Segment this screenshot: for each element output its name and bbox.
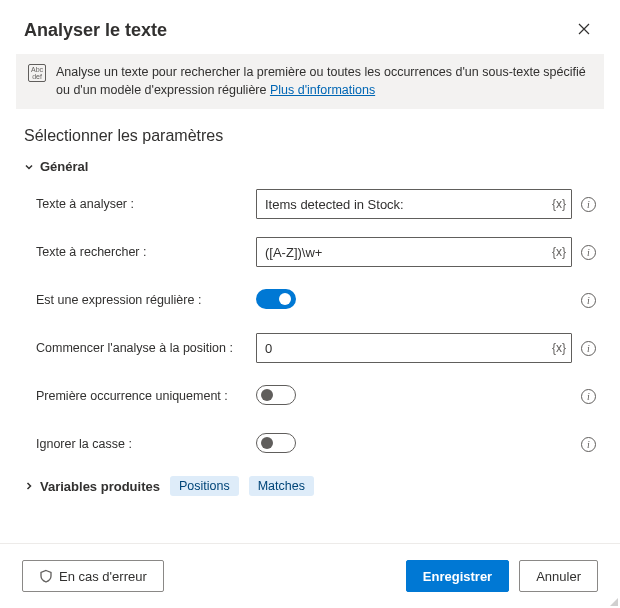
close-icon bbox=[577, 22, 591, 39]
variables-label: Variables produites bbox=[40, 479, 160, 494]
info-icon[interactable]: i bbox=[581, 341, 596, 356]
is-regex-toggle[interactable] bbox=[256, 289, 296, 309]
is-regex-label: Est une expression régulière : bbox=[36, 293, 256, 307]
on-error-button[interactable]: En cas d'erreur bbox=[22, 560, 164, 592]
abc-icon: Abcdef bbox=[28, 64, 46, 82]
variables-group-header[interactable]: Variables produites bbox=[24, 479, 160, 494]
text-to-parse-input[interactable] bbox=[256, 189, 572, 219]
save-label: Enregistrer bbox=[423, 569, 492, 584]
text-to-parse-row: Texte à analyser : {x} i bbox=[24, 188, 596, 220]
dialog-header: Analyser le texte bbox=[0, 0, 620, 54]
chevron-down-icon bbox=[24, 162, 34, 172]
info-icon[interactable]: i bbox=[581, 197, 596, 212]
variable-chip-matches[interactable]: Matches bbox=[249, 476, 314, 496]
variable-token-button[interactable]: {x} bbox=[552, 245, 566, 259]
on-error-label: En cas d'erreur bbox=[59, 569, 147, 584]
is-regex-row: Est une expression régulière : i bbox=[24, 284, 596, 316]
parameters-heading: Sélectionner les paramètres bbox=[0, 127, 620, 159]
first-only-row: Première occurrence uniquement : i bbox=[24, 380, 596, 412]
resize-grip[interactable] bbox=[606, 594, 618, 606]
start-position-label: Commencer l'analyse à la position : bbox=[36, 341, 256, 355]
variable-chip-positions[interactable]: Positions bbox=[170, 476, 239, 496]
banner-text: Analyse un texte pour rechercher la prem… bbox=[56, 64, 592, 99]
cancel-label: Annuler bbox=[536, 569, 581, 584]
dialog-title: Analyser le texte bbox=[24, 20, 167, 41]
info-icon[interactable]: i bbox=[581, 437, 596, 452]
text-to-find-input[interactable] bbox=[256, 237, 572, 267]
general-group-header[interactable]: Général bbox=[24, 159, 596, 174]
variable-token-button[interactable]: {x} bbox=[552, 197, 566, 211]
general-label: Général bbox=[40, 159, 88, 174]
text-to-find-label: Texte à rechercher : bbox=[36, 245, 256, 259]
info-banner: Abcdef Analyse un texte pour rechercher … bbox=[16, 54, 604, 109]
first-only-toggle[interactable] bbox=[256, 385, 296, 405]
first-only-label: Première occurrence uniquement : bbox=[36, 389, 256, 403]
info-icon[interactable]: i bbox=[581, 389, 596, 404]
ignore-case-label: Ignorer la casse : bbox=[36, 437, 256, 451]
ignore-case-toggle[interactable] bbox=[256, 433, 296, 453]
text-to-find-row: Texte à rechercher : {x} i bbox=[24, 236, 596, 268]
dialog-footer: En cas d'erreur Enregistrer Annuler bbox=[0, 543, 620, 608]
cancel-button[interactable]: Annuler bbox=[519, 560, 598, 592]
close-button[interactable] bbox=[572, 18, 596, 42]
info-icon[interactable]: i bbox=[581, 293, 596, 308]
more-info-link[interactable]: Plus d'informations bbox=[270, 83, 375, 97]
ignore-case-row: Ignorer la casse : i bbox=[24, 428, 596, 460]
shield-icon bbox=[39, 569, 53, 583]
info-icon[interactable]: i bbox=[581, 245, 596, 260]
save-button[interactable]: Enregistrer bbox=[406, 560, 509, 592]
content-area: Général Texte à analyser : {x} i Texte à… bbox=[0, 159, 620, 543]
start-position-row: Commencer l'analyse à la position : {x} … bbox=[24, 332, 596, 364]
text-to-parse-label: Texte à analyser : bbox=[36, 197, 256, 211]
start-position-input[interactable] bbox=[256, 333, 572, 363]
variable-token-button[interactable]: {x} bbox=[552, 341, 566, 355]
chevron-right-icon bbox=[24, 481, 34, 491]
